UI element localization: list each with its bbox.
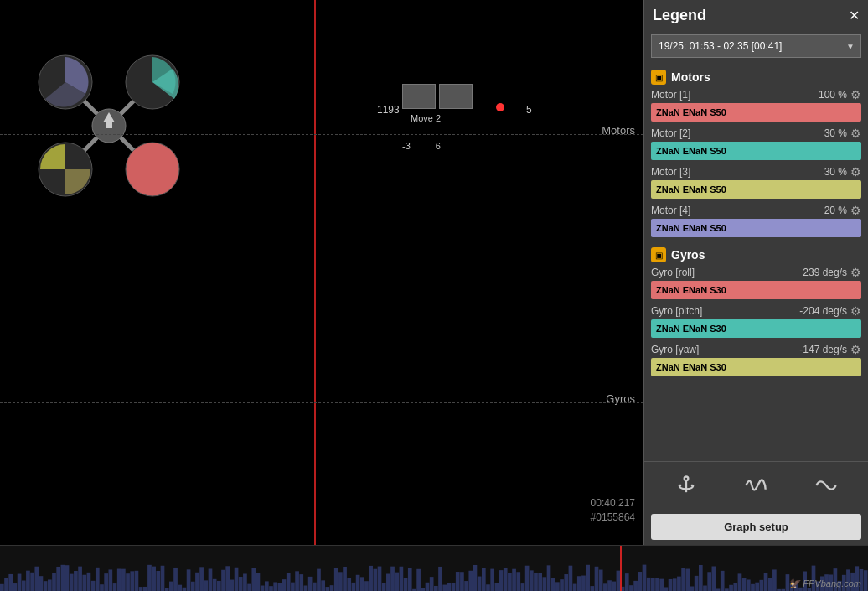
svg-rect-100 bbox=[364, 581, 369, 591]
motor1-value: 100 % ⚙ bbox=[819, 88, 861, 101]
svg-rect-173 bbox=[681, 568, 685, 591]
svg-rect-142 bbox=[547, 565, 551, 591]
svg-rect-175 bbox=[690, 586, 695, 591]
svg-rect-36 bbox=[87, 573, 91, 591]
svg-rect-27 bbox=[48, 579, 52, 591]
svg-rect-21 bbox=[22, 581, 26, 591]
svg-rect-135 bbox=[516, 572, 520, 591]
legend-scroll[interactable]: ▣ Motors Motor [1] 100 % ⚙ ZNaN ENaN S50… bbox=[644, 65, 868, 461]
svg-rect-86 bbox=[304, 586, 308, 591]
timeline-bar[interactable]: 🦅 FPVbang.com bbox=[0, 545, 868, 591]
svg-rect-146 bbox=[564, 574, 568, 591]
svg-rect-104 bbox=[382, 583, 386, 591]
icon-smooth-wave[interactable] bbox=[809, 469, 843, 502]
motor1-settings-icon[interactable]: ⚙ bbox=[850, 88, 861, 101]
svg-rect-34 bbox=[78, 567, 82, 591]
svg-rect-184 bbox=[729, 585, 733, 591]
svg-rect-41 bbox=[109, 569, 113, 591]
svg-rect-144 bbox=[555, 582, 560, 591]
svg-rect-194 bbox=[772, 569, 777, 591]
gyro-roll-settings-icon[interactable]: ⚙ bbox=[850, 266, 861, 279]
motor3-settings-icon[interactable]: ⚙ bbox=[850, 165, 861, 179]
time-range-selector[interactable]: 19/25: 01:53 - 02:35 [00:41] bbox=[651, 34, 861, 58]
svg-rect-80 bbox=[278, 583, 282, 591]
gyro-roll-name: Gyro [roll] bbox=[651, 267, 695, 278]
gyro-yaw-bar: ZNaN ENaN S30 bbox=[651, 358, 861, 376]
svg-rect-54 bbox=[165, 588, 169, 591]
svg-rect-59 bbox=[187, 569, 191, 591]
motor3-name: Motor [3] bbox=[651, 166, 690, 178]
close-button[interactable]: ✕ bbox=[849, 8, 860, 23]
motor4-name: Motor [4] bbox=[651, 205, 690, 216]
svg-rect-62 bbox=[199, 567, 204, 591]
motor2-value: 30 % ⚙ bbox=[824, 127, 861, 140]
svg-rect-193 bbox=[768, 578, 772, 591]
chart-num-right: 5 bbox=[526, 104, 532, 116]
gyro-pitch-name: Gyro [pitch] bbox=[651, 305, 702, 317]
gyros-chart-label: Gyros bbox=[606, 392, 635, 405]
svg-rect-128 bbox=[486, 584, 490, 591]
svg-rect-130 bbox=[495, 583, 499, 591]
svg-rect-103 bbox=[378, 567, 382, 591]
gyro-pitch-settings-icon[interactable]: ⚙ bbox=[850, 304, 861, 318]
svg-rect-42 bbox=[113, 583, 117, 591]
svg-rect-89 bbox=[317, 569, 321, 591]
svg-rect-20 bbox=[18, 574, 22, 591]
svg-rect-143 bbox=[551, 578, 555, 591]
gyro-yaw-settings-icon[interactable]: ⚙ bbox=[850, 343, 861, 356]
svg-rect-152 bbox=[590, 586, 594, 591]
svg-rect-139 bbox=[534, 573, 538, 591]
svg-rect-168 bbox=[659, 579, 664, 591]
svg-rect-179 bbox=[707, 572, 711, 591]
svg-rect-37 bbox=[91, 581, 96, 591]
svg-rect-169 bbox=[664, 587, 669, 591]
gyro-roll-value: 239 deg/s ⚙ bbox=[803, 266, 861, 279]
svg-rect-50 bbox=[147, 565, 152, 591]
svg-rect-97 bbox=[352, 583, 356, 591]
gyro-yaw-value: -147 deg/s ⚙ bbox=[799, 343, 861, 356]
icon-wave[interactable] bbox=[739, 469, 772, 502]
icon-anchor[interactable] bbox=[669, 469, 703, 502]
svg-rect-33 bbox=[74, 571, 78, 591]
chart-area: Motors Gyros 1193 5 Move 2 -3 6 00:40.21… bbox=[0, 0, 643, 545]
coord-left: -3 bbox=[402, 141, 411, 151]
svg-rect-93 bbox=[334, 568, 338, 591]
move-label: Move 2 bbox=[411, 113, 441, 123]
svg-rect-119 bbox=[447, 583, 452, 591]
svg-rect-118 bbox=[442, 585, 447, 591]
coord-right: 6 bbox=[436, 141, 441, 151]
svg-point-11 bbox=[684, 477, 688, 481]
svg-rect-96 bbox=[347, 578, 351, 591]
svg-rect-125 bbox=[473, 565, 478, 591]
motor4-settings-icon[interactable]: ⚙ bbox=[850, 204, 861, 217]
graph-setup-button[interactable]: Graph setup bbox=[651, 514, 861, 540]
time-range-select[interactable]: 19/25: 01:53 - 02:35 [00:41] bbox=[651, 34, 861, 58]
svg-rect-178 bbox=[703, 586, 707, 591]
svg-rect-121 bbox=[456, 572, 460, 591]
svg-rect-90 bbox=[321, 580, 325, 591]
svg-rect-109 bbox=[404, 578, 408, 591]
svg-rect-176 bbox=[695, 576, 699, 591]
motors-section-icon: ▣ bbox=[651, 70, 666, 85]
svg-rect-46 bbox=[130, 571, 134, 591]
svg-rect-48 bbox=[139, 587, 143, 591]
svg-rect-170 bbox=[669, 579, 673, 591]
legend-item-motor3: Motor [3] 30 % ⚙ ZNaN ENaN S50 bbox=[651, 165, 861, 199]
svg-rect-160 bbox=[625, 573, 629, 591]
svg-rect-82 bbox=[287, 573, 291, 591]
legend-item-gyro-yaw: Gyro [yaw] -147 deg/s ⚙ ZNaN ENaN S30 bbox=[651, 343, 861, 376]
svg-rect-49 bbox=[143, 587, 147, 591]
svg-rect-26 bbox=[44, 581, 48, 591]
svg-rect-79 bbox=[273, 582, 277, 591]
svg-rect-215 bbox=[864, 570, 868, 591]
motor2-settings-icon[interactable]: ⚙ bbox=[850, 127, 861, 140]
svg-rect-6 bbox=[106, 122, 112, 128]
svg-rect-87 bbox=[308, 577, 313, 591]
svg-rect-124 bbox=[468, 571, 473, 591]
svg-rect-126 bbox=[478, 577, 482, 591]
svg-rect-71 bbox=[239, 577, 243, 591]
svg-rect-163 bbox=[638, 572, 642, 591]
svg-rect-156 bbox=[607, 580, 612, 591]
svg-rect-57 bbox=[178, 585, 182, 591]
svg-rect-140 bbox=[538, 573, 542, 591]
